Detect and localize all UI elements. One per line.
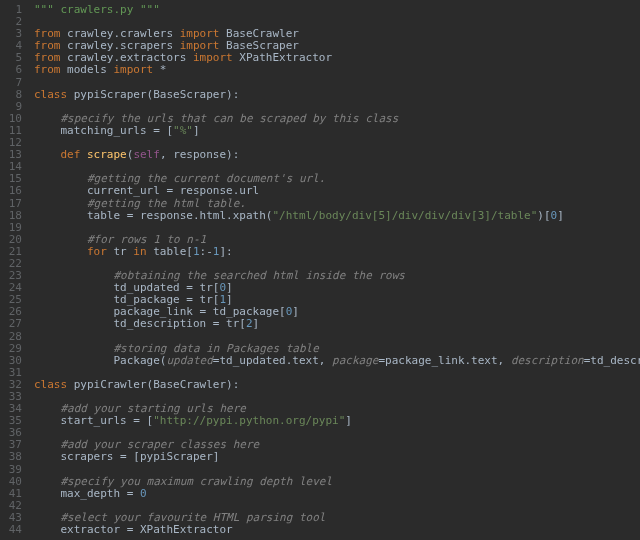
line-number: 28 — [4, 331, 22, 343]
code-line[interactable]: class pypiCrawler(BaseCrawler): — [34, 379, 640, 391]
line-number: 19 — [4, 222, 22, 234]
line-number: 39 — [4, 464, 22, 476]
code-line[interactable]: for tr in table[1:-1]: — [34, 246, 640, 258]
code-line[interactable]: Package(updated=td_updated.text, package… — [34, 355, 640, 367]
line-number: 38 — [4, 451, 22, 463]
line-number: 44 — [4, 524, 22, 536]
line-number: 18 — [4, 210, 22, 222]
line-number: 29 — [4, 343, 22, 355]
code-line[interactable]: def scrape(self, response): — [34, 149, 640, 161]
code-line[interactable]: table = response.html.xpath("/html/body/… — [34, 210, 640, 222]
line-number: 40 — [4, 476, 22, 488]
line-number-gutter: 1234567891011121314151617181920212223242… — [0, 0, 28, 540]
code-line[interactable]: class pypiScraper(BaseScraper): — [34, 89, 640, 101]
line-number: 7 — [4, 77, 22, 89]
code-line[interactable]: td_description = tr[2] — [34, 318, 640, 330]
line-number: 16 — [4, 185, 22, 197]
code-line[interactable]: scrapers = [pypiScraper] — [34, 451, 640, 463]
code-editor[interactable]: 1234567891011121314151617181920212223242… — [0, 0, 640, 540]
code-line[interactable]: start_urls = ["http://pypi.python.org/py… — [34, 415, 640, 427]
line-number: 17 — [4, 198, 22, 210]
code-line[interactable]: max_depth = 0 — [34, 488, 640, 500]
line-number: 30 — [4, 355, 22, 367]
code-line[interactable]: from models import * — [34, 64, 640, 76]
code-line[interactable]: matching_urls = ["%"] — [34, 125, 640, 137]
code-line[interactable]: extractor = XPathExtractor — [34, 524, 640, 536]
code-line[interactable]: """ crawlers.py """ — [34, 4, 640, 16]
line-number: 6 — [4, 64, 22, 76]
code-area[interactable]: """ crawlers.py """ from crawley.crawler… — [28, 0, 640, 540]
line-number: 27 — [4, 318, 22, 330]
line-number: 8 — [4, 89, 22, 101]
